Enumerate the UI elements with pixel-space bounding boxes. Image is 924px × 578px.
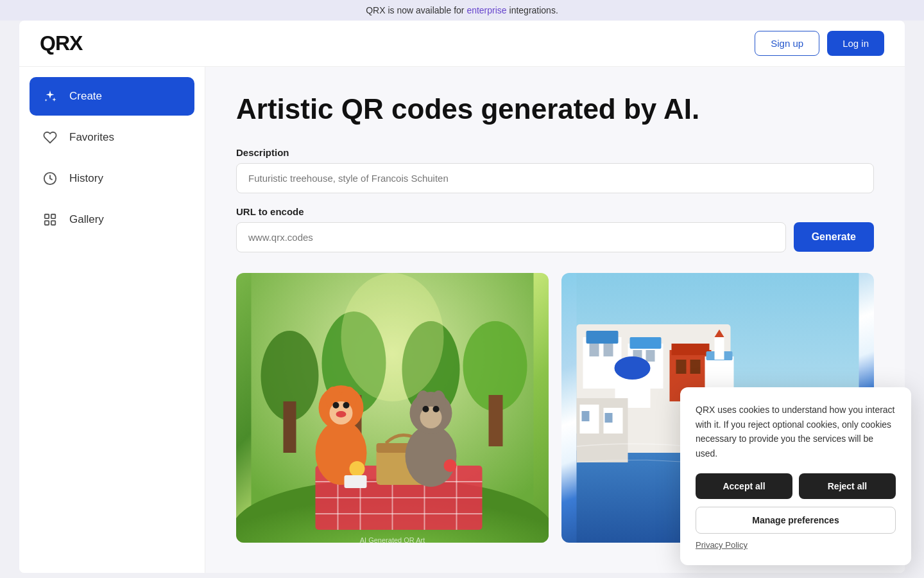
clock-icon <box>40 168 60 189</box>
sidebar-item-favorites[interactable]: Favorites <box>30 118 194 157</box>
svg-rect-50 <box>586 331 619 344</box>
top-banner: QRX is now available for enterprise inte… <box>0 0 924 21</box>
svg-rect-4 <box>51 221 55 225</box>
svg-rect-2 <box>51 215 55 218</box>
gallery-item-picnic: AI Generated QR Art <box>236 273 549 543</box>
url-label: URL to encode <box>236 206 874 217</box>
sidebar-favorites-label: Favorites <box>69 131 114 144</box>
logo: QRX <box>40 31 82 55</box>
manage-preferences-button[interactable]: Manage preferences <box>696 507 896 534</box>
cookie-button-row: Accept all Reject all <box>696 473 896 499</box>
sidebar-item-history[interactable]: History <box>30 159 194 198</box>
url-row: Generate <box>236 222 874 252</box>
svg-rect-51 <box>590 344 599 356</box>
banner-text-after: integrations. <box>507 5 558 15</box>
cookie-text: QRX uses cookies to understand how you i… <box>696 403 896 460</box>
svg-rect-13 <box>489 395 503 446</box>
privacy-policy-link[interactable]: Privacy Policy <box>696 540 896 550</box>
generate-button[interactable]: Generate <box>794 222 874 252</box>
description-label: Description <box>236 147 874 158</box>
svg-rect-59 <box>676 360 687 374</box>
grid-icon <box>40 209 60 230</box>
page-title: Artistic QR codes generated by AI. <box>236 92 874 127</box>
svg-rect-56 <box>646 350 655 362</box>
svg-rect-52 <box>604 344 613 356</box>
sidebar: Create Favorites Histor <box>19 67 205 573</box>
banner-text-before: QRX is now available for <box>366 5 466 15</box>
sparkle-icon <box>40 86 60 107</box>
svg-text:AI Generated QR Art: AI Generated QR Art <box>360 536 425 543</box>
svg-rect-71 <box>605 413 613 423</box>
svg-point-41 <box>433 406 440 412</box>
sidebar-item-create[interactable]: Create <box>30 77 194 116</box>
svg-point-42 <box>350 461 365 477</box>
signup-button[interactable]: Sign up <box>755 31 819 56</box>
reject-all-button[interactable]: Reject all <box>799 473 896 499</box>
svg-point-14 <box>341 273 444 401</box>
svg-point-33 <box>343 402 350 408</box>
svg-rect-7 <box>284 401 296 453</box>
accept-all-button[interactable]: Accept all <box>696 473 792 499</box>
svg-point-34 <box>336 411 346 417</box>
svg-point-43 <box>444 459 457 472</box>
description-input[interactable] <box>236 163 874 193</box>
heart-icon <box>40 127 60 148</box>
sidebar-history-label: History <box>69 172 103 185</box>
cookie-banner: QRX uses cookies to understand how you i… <box>680 387 911 565</box>
enterprise-link[interactable]: enterprise <box>466 5 506 15</box>
svg-rect-1 <box>45 215 49 218</box>
header-actions: Sign up Log in <box>755 31 884 56</box>
svg-rect-44 <box>345 475 367 488</box>
svg-rect-60 <box>690 360 701 374</box>
svg-point-62 <box>615 356 651 380</box>
svg-point-40 <box>423 406 429 412</box>
svg-point-32 <box>333 402 339 408</box>
svg-rect-54 <box>630 337 662 349</box>
url-input[interactable] <box>236 222 786 252</box>
sidebar-create-label: Create <box>69 90 102 103</box>
svg-point-35 <box>406 425 457 487</box>
header: QRX Sign up Log in <box>19 21 905 67</box>
svg-rect-3 <box>45 221 49 225</box>
svg-rect-58 <box>672 344 710 355</box>
sidebar-gallery-label: Gallery <box>69 213 104 226</box>
svg-rect-69 <box>582 411 590 421</box>
svg-rect-65 <box>715 337 724 360</box>
sidebar-item-gallery[interactable]: Gallery <box>30 200 194 239</box>
login-button[interactable]: Log in <box>827 31 884 56</box>
